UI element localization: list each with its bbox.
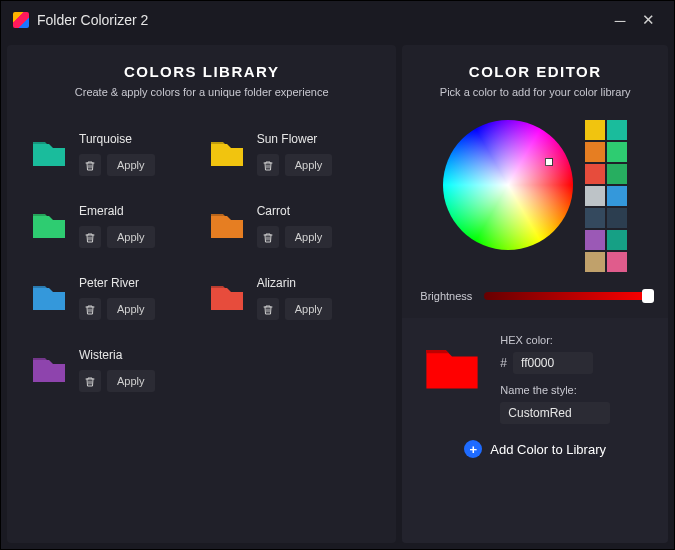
swatch-info: Sun Flower Apply [257, 132, 333, 176]
style-name-input[interactable] [500, 402, 610, 424]
folder-icon [29, 276, 69, 316]
swatch-buttons: Apply [257, 154, 333, 176]
folder-icon [29, 132, 69, 172]
swatch-info: Alizarin Apply [257, 276, 333, 320]
color-wheel-handle[interactable] [545, 158, 553, 166]
preview-row: HEX color: # Name the style: [420, 334, 650, 424]
swatch-grid: Turquoise Apply Sun Flower Apply [29, 132, 374, 392]
trash-icon [263, 160, 273, 171]
delete-button[interactable] [79, 370, 101, 392]
palette-cell-0[interactable] [585, 120, 605, 140]
swatch-buttons: Apply [257, 226, 333, 248]
apply-button[interactable]: Apply [107, 226, 155, 248]
palette-cell-10[interactable] [585, 230, 605, 250]
delete-button[interactable] [79, 226, 101, 248]
trash-icon [85, 232, 95, 243]
palette-cell-6[interactable] [585, 186, 605, 206]
name-label: Name the style: [500, 384, 610, 396]
color-wheel[interactable] [443, 120, 573, 250]
apply-button[interactable]: Apply [107, 370, 155, 392]
hex-input[interactable] [513, 352, 593, 374]
palette-cell-5[interactable] [607, 164, 627, 184]
hash-symbol: # [500, 356, 507, 370]
apply-button[interactable]: Apply [107, 154, 155, 176]
wheel-row [420, 120, 650, 272]
delete-button[interactable] [79, 298, 101, 320]
swatch-name: Sun Flower [257, 132, 333, 146]
preview-fields: HEX color: # Name the style: [500, 334, 610, 424]
swatch-name: Emerald [79, 204, 155, 218]
delete-button[interactable] [257, 154, 279, 176]
app-logo-icon [13, 12, 29, 28]
main-body: COLORS LIBRARY Create & apply colors for… [1, 39, 674, 549]
swatch-row-alizarin: Alizarin Apply [207, 276, 375, 320]
colors-library-panel: COLORS LIBRARY Create & apply colors for… [7, 45, 396, 543]
swatch-info: Turquoise Apply [79, 132, 155, 176]
minimize-button[interactable]: ─ [606, 12, 634, 29]
hex-label: HEX color: [500, 334, 610, 346]
app-window: Folder Colorizer 2 ─ ✕ COLORS LIBRARY Cr… [0, 0, 675, 550]
trash-icon [85, 160, 95, 171]
brightness-thumb[interactable] [642, 289, 654, 303]
palette-cell-4[interactable] [585, 164, 605, 184]
palette-cell-2[interactable] [585, 142, 605, 162]
apply-button[interactable]: Apply [285, 298, 333, 320]
library-heading: COLORS LIBRARY [29, 63, 374, 80]
trash-icon [263, 232, 273, 243]
plus-icon: + [464, 440, 482, 458]
swatch-name: Carrot [257, 204, 333, 218]
swatch-row-wisteria: Wisteria Apply [29, 348, 197, 392]
palette-cell-11[interactable] [607, 230, 627, 250]
hex-row: # [500, 352, 610, 374]
brightness-label: Brightness [420, 290, 472, 302]
palette-cell-12[interactable] [585, 252, 605, 272]
swatch-buttons: Apply [257, 298, 333, 320]
swatch-row-sun-flower: Sun Flower Apply [207, 132, 375, 176]
palette-cell-8[interactable] [585, 208, 605, 228]
brightness-track [484, 292, 650, 300]
trash-icon [85, 304, 95, 315]
swatch-buttons: Apply [79, 226, 155, 248]
swatch-name: Wisteria [79, 348, 155, 362]
folder-icon [207, 276, 247, 316]
swatch-row-emerald: Emerald Apply [29, 204, 197, 248]
brightness-row: Brightness [420, 290, 650, 302]
swatch-name: Alizarin [257, 276, 333, 290]
editor-top: COLOR EDITOR Pick a color to add for you… [402, 45, 668, 312]
editor-subtitle: Pick a color to add for your color libra… [420, 86, 650, 98]
close-button[interactable]: ✕ [634, 11, 662, 29]
delete-button[interactable] [257, 226, 279, 248]
palette-cell-13[interactable] [607, 252, 627, 272]
app-title: Folder Colorizer 2 [37, 12, 606, 28]
folder-icon [207, 132, 247, 172]
palette-cell-7[interactable] [607, 186, 627, 206]
editor-bottom: HEX color: # Name the style: + Add Color… [402, 318, 668, 543]
swatch-row-turquoise: Turquoise Apply [29, 132, 197, 176]
swatch-info: Wisteria Apply [79, 348, 155, 392]
palette-cell-1[interactable] [607, 120, 627, 140]
add-color-button[interactable]: + Add Color to Library [420, 440, 650, 458]
swatch-buttons: Apply [79, 154, 155, 176]
swatch-info: Carrot Apply [257, 204, 333, 248]
swatch-info: Peter River Apply [79, 276, 155, 320]
palette-cell-3[interactable] [607, 142, 627, 162]
preset-palette [585, 120, 627, 272]
swatch-name: Turquoise [79, 132, 155, 146]
preview-folder-icon [420, 334, 484, 398]
brightness-slider[interactable] [484, 292, 650, 300]
apply-button[interactable]: Apply [285, 226, 333, 248]
trash-icon [263, 304, 273, 315]
apply-button[interactable]: Apply [285, 154, 333, 176]
folder-icon [207, 204, 247, 244]
titlebar: Folder Colorizer 2 ─ ✕ [1, 1, 674, 39]
folder-icon [29, 348, 69, 388]
delete-button[interactable] [79, 154, 101, 176]
trash-icon [85, 376, 95, 387]
apply-button[interactable]: Apply [107, 298, 155, 320]
swatch-buttons: Apply [79, 298, 155, 320]
swatch-row-peter-river: Peter River Apply [29, 276, 197, 320]
delete-button[interactable] [257, 298, 279, 320]
library-subtitle: Create & apply colors for a unique folde… [29, 86, 374, 98]
palette-cell-9[interactable] [607, 208, 627, 228]
folder-icon [29, 204, 69, 244]
